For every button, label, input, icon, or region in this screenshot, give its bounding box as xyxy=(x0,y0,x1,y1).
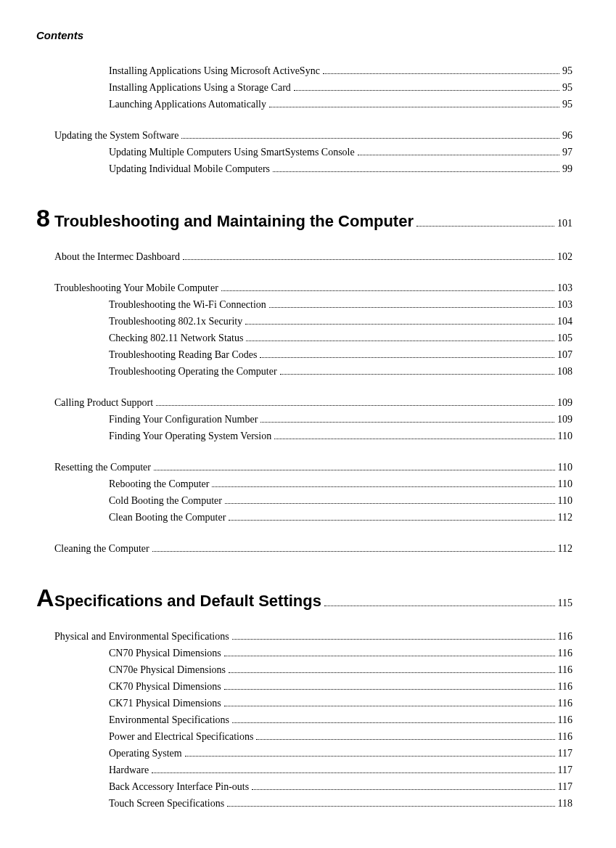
toc-entry: Environmental Specifications116 xyxy=(109,712,572,727)
section-gap xyxy=(36,380,572,394)
toc-entry-page: 116 xyxy=(558,645,572,661)
toc-dots xyxy=(183,259,554,260)
toc-entry-page: 110 xyxy=(558,460,572,475)
section-gap xyxy=(36,445,572,458)
toc-entry-page: 102 xyxy=(557,249,572,264)
toc-entry-text: Cold Booting the Computer xyxy=(109,493,222,508)
toc-entry: Cleaning the Computer112 xyxy=(54,541,572,556)
toc-entry: Updating Individual Mobile Computers99 xyxy=(109,161,572,176)
page-header: Contents xyxy=(36,29,572,41)
toc-entry-text: Hardware xyxy=(109,762,149,778)
toc-entry-page: 104 xyxy=(557,314,572,329)
toc-entry: Resetting the Computer110 xyxy=(54,460,572,475)
toc-entry-text: Operating System xyxy=(109,746,182,761)
toc-dots xyxy=(224,706,555,706)
toc-entry: Updating Multiple Computers Using SmartS… xyxy=(109,144,572,160)
toc-dots xyxy=(256,739,554,740)
chapter-heading: ASpecifications and Default Settings115 xyxy=(36,585,572,611)
toc-entry-text: Updating Multiple Computers Using SmartS… xyxy=(109,144,355,160)
toc-entry: Installing Applications Using a Storage … xyxy=(109,80,572,95)
toc-entry: CN70e Physical Dimensions116 xyxy=(109,662,572,677)
toc-entry: Checking 802.11 Network Status105 xyxy=(109,330,572,346)
toc-entry-page: 110 xyxy=(558,428,572,444)
toc-entry: Physical and Environmental Specification… xyxy=(54,629,572,644)
toc-entry: Finding Your Operating System Version110 xyxy=(109,428,572,444)
toc-entry-text: Environmental Specifications xyxy=(109,712,229,727)
toc-entry-page: 103 xyxy=(557,297,572,312)
toc-entry-text: Rebooting the Computer xyxy=(109,476,209,492)
toc-entry-text: Finding Your Operating System Version xyxy=(109,428,271,444)
toc-entry-text: Resetting the Computer xyxy=(54,460,151,475)
chapter-title: Specifications and Default Settings xyxy=(54,592,321,611)
toc-entry: Troubleshooting 802.1x Security104 xyxy=(109,314,572,329)
toc-entry: Updating the System Software96 xyxy=(54,128,572,143)
toc-entry-text: Power and Electrical Specifications xyxy=(109,729,253,744)
toc-dots xyxy=(324,606,555,606)
toc-entry-text: Checking 802.11 Network Status xyxy=(109,330,243,346)
toc-entry: Touch Screen Specifications118 xyxy=(109,796,572,811)
toc-entry-page: 116 xyxy=(558,729,572,744)
toc-dots xyxy=(245,324,554,325)
toc-entry-page: 112 xyxy=(558,510,572,525)
toc-dots xyxy=(224,656,555,656)
toc-entry-text: Troubleshooting Reading Bar Codes xyxy=(109,347,257,362)
toc-entry-page: 117 xyxy=(558,746,572,761)
toc-entry-page: 116 xyxy=(558,679,572,694)
toc-dots xyxy=(181,138,559,139)
toc-dots xyxy=(274,439,554,439)
toc-entry-text: Cleaning the Computer xyxy=(54,541,149,556)
toc-dots xyxy=(260,357,554,358)
toc-entry-text: Troubleshooting Your Mobile Computer xyxy=(54,280,218,295)
toc-entry-text: Updating Individual Mobile Computers xyxy=(109,161,270,176)
toc-entry: Back Accessory Interface Pin-outs117 xyxy=(109,779,572,794)
toc-entry-page: 99 xyxy=(562,161,572,176)
toc-entry-text: Installing Applications Using Microsoft … xyxy=(109,63,320,78)
toc-entry-page: 109 xyxy=(557,395,572,410)
toc-dots xyxy=(358,155,559,155)
toc-dots xyxy=(252,789,554,790)
chapter-title: Troubleshooting and Maintaining the Comp… xyxy=(54,212,414,231)
toc-dots xyxy=(156,405,554,406)
toc-entry-page: 103 xyxy=(557,280,572,295)
toc-dots xyxy=(152,772,554,773)
toc-entry-text: Back Accessory Interface Pin-outs xyxy=(109,779,249,794)
toc-entry: CN70 Physical Dimensions116 xyxy=(109,645,572,661)
toc-entry-page: 96 xyxy=(562,128,572,143)
toc-entry: Cold Booting the Computer110 xyxy=(109,493,572,508)
toc-entry-page: 117 xyxy=(558,762,572,778)
toc-dots xyxy=(212,486,554,487)
toc-entry: Calling Product Support109 xyxy=(54,395,572,410)
section-gap xyxy=(36,266,572,279)
toc-entry: Troubleshooting Your Mobile Computer103 xyxy=(54,280,572,295)
toc-entry-page: 112 xyxy=(558,541,572,556)
section-gap xyxy=(36,113,572,126)
toc-entry-text: Troubleshooting Operating the Computer xyxy=(109,364,277,379)
toc-dots xyxy=(227,806,554,807)
toc-entry-text: Installing Applications Using a Storage … xyxy=(109,80,291,95)
toc-entry-page: 110 xyxy=(558,493,572,508)
toc-entry-text: Touch Screen Specifications xyxy=(109,796,224,811)
chapter-page: 101 xyxy=(557,218,572,229)
toc-entry-text: CK70 Physical Dimensions xyxy=(109,679,221,694)
toc-entry-page: 109 xyxy=(557,412,572,427)
toc-entry: Rebooting the Computer110 xyxy=(109,476,572,492)
chapter-page: 115 xyxy=(558,598,572,609)
toc-entry-text: CN70 Physical Dimensions xyxy=(109,645,221,661)
toc-entry-text: CK71 Physical Dimensions xyxy=(109,696,221,711)
toc-entry-text: Physical and Environmental Specification… xyxy=(54,629,229,644)
toc-entry: Clean Booting the Computer112 xyxy=(109,510,572,525)
toc-dots xyxy=(185,756,555,757)
toc-entry: Troubleshooting Reading Bar Codes107 xyxy=(109,347,572,362)
toc-dots xyxy=(225,503,555,504)
toc-entry: Troubleshooting Operating the Computer10… xyxy=(109,364,572,379)
toc-dots xyxy=(269,107,559,107)
chapter-heading: 8Troubleshooting and Maintaining the Com… xyxy=(36,205,572,231)
toc-dots xyxy=(280,374,554,375)
toc-entry-text: Finding Your Configuration Number xyxy=(109,412,258,427)
toc-dots xyxy=(260,422,554,423)
section-gap xyxy=(36,526,572,539)
toc-dots xyxy=(221,290,554,291)
toc-entry-page: 108 xyxy=(557,364,572,379)
toc-dots xyxy=(269,307,554,308)
chapter-number: 8 xyxy=(36,205,54,230)
